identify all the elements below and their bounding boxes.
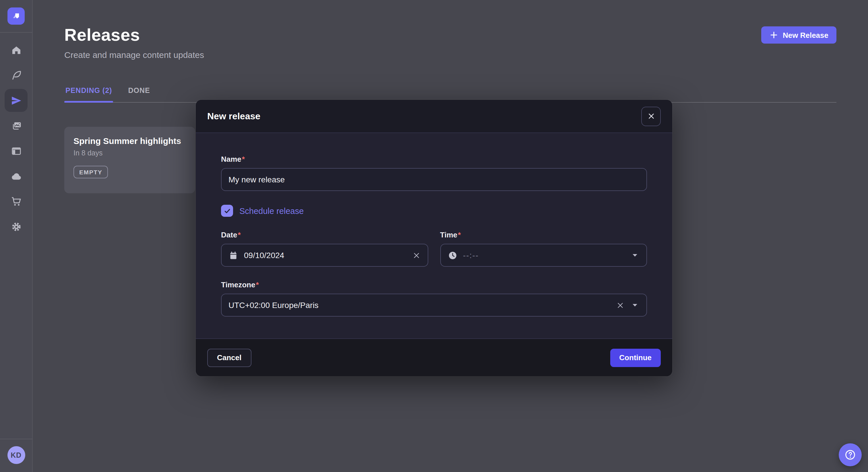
- continue-button[interactable]: Continue: [610, 348, 661, 367]
- caret-down-icon: [630, 250, 640, 260]
- modal-close-button[interactable]: [641, 106, 661, 126]
- schedule-label[interactable]: Schedule release: [239, 206, 304, 215]
- timezone-label-text: Timezone: [221, 280, 255, 289]
- help-button[interactable]: [839, 443, 862, 466]
- date-clear-button[interactable]: [412, 251, 421, 260]
- x-icon: [616, 301, 625, 309]
- timezone-label: Timezone*: [221, 280, 647, 289]
- check-icon: [223, 207, 231, 215]
- date-field: [221, 244, 428, 267]
- required-asterisk: *: [242, 155, 245, 164]
- date-label-text: Date: [221, 231, 237, 239]
- cancel-button[interactable]: Cancel: [207, 348, 251, 367]
- x-icon: [412, 251, 421, 260]
- name-label-text: Name: [221, 155, 241, 164]
- modal-footer: Cancel Continue: [196, 338, 672, 376]
- schedule-row: Schedule release: [221, 205, 647, 217]
- caret-down-icon: [630, 301, 640, 310]
- date-input[interactable]: [244, 250, 406, 260]
- time-field: [440, 244, 647, 267]
- app-root: KD Releases Create and manage content up…: [0, 0, 868, 472]
- required-asterisk: *: [458, 231, 461, 239]
- time-group: Time*: [440, 231, 647, 267]
- date-time-row: Date*: [221, 231, 647, 267]
- close-icon: [647, 112, 655, 121]
- calendar-icon: [228, 250, 238, 260]
- date-label: Date*: [221, 231, 428, 239]
- name-field: [221, 168, 647, 191]
- question-icon: [844, 448, 857, 461]
- modal-title: New release: [207, 111, 260, 121]
- timezone-input[interactable]: [228, 301, 610, 310]
- name-input[interactable]: [228, 175, 640, 184]
- time-label-text: Time: [440, 231, 457, 239]
- schedule-checkbox[interactable]: [221, 205, 233, 217]
- clock-icon: [447, 250, 457, 260]
- new-release-modal: New release Name*: [196, 100, 672, 376]
- name-label: Name*: [221, 155, 647, 164]
- required-asterisk: *: [238, 231, 241, 239]
- modal-overlay: New release Name*: [0, 0, 868, 472]
- time-label: Time*: [440, 231, 647, 239]
- required-asterisk: *: [256, 280, 259, 289]
- timezone-dropdown-button[interactable]: [630, 301, 640, 310]
- modal-body: Name* Schedule release: [196, 133, 672, 316]
- timezone-field: [221, 294, 647, 316]
- date-group: Date*: [221, 231, 428, 267]
- time-dropdown-button[interactable]: [630, 250, 640, 260]
- timezone-clear-button[interactable]: [616, 301, 625, 309]
- time-input[interactable]: [463, 250, 625, 260]
- modal-header: New release: [196, 100, 672, 133]
